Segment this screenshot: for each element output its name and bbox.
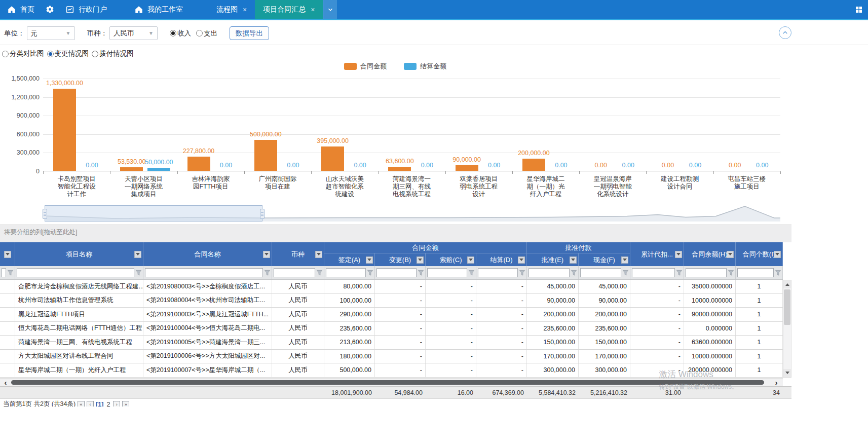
filter-input-contract_name[interactable]	[145, 268, 263, 277]
filter-funnel-icon[interactable]	[367, 270, 373, 276]
pager-current-page[interactable]: [1]	[96, 401, 103, 407]
column-filter-dropdown-icon[interactable]	[621, 256, 628, 264]
column-header-deduction[interactable]: 累计代扣...	[630, 242, 684, 266]
column-header-signed_a[interactable]: 签定(A)	[324, 253, 375, 266]
filter-funnel-icon[interactable]	[8, 270, 13, 276]
pager-next-button[interactable]: ›	[113, 401, 120, 407]
table-row[interactable]: 合肥市龙湾金棕榈度假酒店无线网络工程建...<第2019080003<号>>金棕…	[0, 280, 783, 294]
table-row[interactable]: 黑龙江冠运城FTTH项目<第2019100003<号>>黑龙江冠运城FTTH..…	[0, 308, 783, 322]
legend-item-结算金额[interactable]: 结算金额	[404, 62, 446, 71]
filter-input-cash_f[interactable]	[580, 268, 621, 277]
nav-portal[interactable]: 行政门户	[58, 0, 114, 19]
grid-vertical-scrollbar[interactable]	[783, 280, 791, 378]
export-data-button[interactable]: 数据导出	[230, 26, 269, 40]
table-row[interactable]: 杭州市司法辅助工作信息管理系统<第2019080004<号>>杭州市司法辅助工.…	[0, 294, 783, 308]
column-filter-dropdown-icon[interactable]	[727, 251, 734, 258]
column-header-project_name[interactable]: 项目名称	[15, 242, 143, 266]
legend-item-合同金额[interactable]: 合同金额	[344, 62, 387, 71]
pager-first-button[interactable]: «	[78, 401, 85, 407]
pager-last-button[interactable]: »	[122, 401, 129, 407]
filter-input-deduction[interactable]	[632, 268, 675, 277]
filter-input-settled_d[interactable]	[478, 268, 518, 277]
filter-funnel-icon[interactable]	[136, 270, 141, 276]
table-row[interactable]: 菏建海景湾一期三网、有线电视系统工程<第2019100005<号>>菏建海景湾一…	[0, 336, 783, 350]
filter-input-claim_c[interactable]	[427, 268, 467, 277]
grid-group-panel[interactable]: 将要分组的列[拖动至此处]	[0, 225, 791, 242]
chart-range-navigator[interactable]	[45, 205, 780, 222]
column-filter-dropdown-icon[interactable]	[774, 251, 781, 258]
column-header-count_i[interactable]: 合同个数(I)	[736, 242, 783, 266]
pager-page-2[interactable]: 2	[106, 401, 110, 407]
filter-funnel-icon[interactable]	[469, 270, 474, 276]
filter-funnel-icon[interactable]	[728, 270, 734, 276]
filter-input-indicator[interactable]	[2, 268, 6, 277]
radio-charttype-拨付情况图[interactable]: 拨付情况图	[92, 49, 134, 58]
horizontal-scroll-thumb[interactable]	[11, 380, 764, 385]
column-header-indicator[interactable]	[0, 242, 15, 266]
column-filter-dropdown-icon[interactable]	[518, 256, 525, 264]
navigator-selection-window[interactable]	[45, 205, 262, 222]
filter-input-project_name[interactable]	[17, 268, 134, 277]
scroll-down-button[interactable]	[783, 369, 791, 377]
column-filter-dropdown-icon[interactable]	[366, 256, 373, 264]
settings-button[interactable]	[42, 0, 58, 19]
nav-workspace[interactable]: 我的工作室	[127, 0, 190, 19]
column-header-contract_name[interactable]: 合同名称	[143, 242, 272, 266]
column-filter-dropdown-icon[interactable]	[675, 251, 682, 258]
filter-funnel-icon[interactable]	[676, 270, 682, 276]
currency-select[interactable]: 人民币 ▼	[109, 26, 158, 40]
column-filter-dropdown-icon[interactable]	[4, 251, 11, 258]
column-filter-dropdown-icon[interactable]	[417, 256, 424, 264]
grid-horizontal-scrollbar[interactable]: ‹ ›	[0, 378, 783, 386]
filter-input-currency[interactable]	[274, 268, 315, 277]
filter-funnel-icon[interactable]	[571, 270, 577, 276]
unit-select[interactable]: 元 ▼	[27, 26, 75, 40]
column-header-cash_f[interactable]: 现金(F)	[579, 253, 630, 266]
table-row[interactable]: 恒大海花岛二期电话网络（FTTH通信）工程<第2019100004<号>>恒大海…	[0, 322, 783, 336]
pager-prev-button[interactable]: ‹	[87, 401, 94, 407]
vertical-scroll-thumb[interactable]	[784, 289, 790, 325]
filter-funnel-icon[interactable]	[623, 270, 628, 276]
filter-input-count_i[interactable]	[737, 268, 774, 277]
navbar-right-button[interactable]	[855, 0, 868, 19]
filter-input-balance_h[interactable]	[686, 268, 727, 277]
tab-项目合同汇总[interactable]: 项目合同汇总×	[255, 0, 323, 19]
column-filter-dropdown-icon[interactable]	[315, 251, 322, 258]
filter-funnel-icon[interactable]	[265, 270, 270, 276]
column-header-claim_c[interactable]: 索赔(C)	[426, 253, 476, 266]
radio-scope-支出[interactable]: 支出	[196, 29, 217, 38]
table-row[interactable]: 星华海岸城二期（一期）光纤入户工程<第2019100007<号>>星华海岸城二期…	[0, 363, 783, 378]
column-filter-dropdown-icon[interactable]	[467, 256, 474, 264]
filter-input-signed_a[interactable]	[326, 268, 366, 277]
nav-home[interactable]: 首页	[0, 0, 42, 19]
column-filter-dropdown-icon[interactable]	[570, 256, 577, 264]
tab-close-icon[interactable]: ×	[311, 6, 315, 14]
column-header-changed_b[interactable]: 变更(B)	[375, 253, 426, 266]
filter-funnel-icon[interactable]	[775, 270, 781, 276]
filter-funnel-icon[interactable]	[317, 270, 322, 276]
column-filter-dropdown-icon[interactable]	[263, 251, 270, 258]
filter-funnel-icon[interactable]	[418, 270, 424, 276]
navigator-left-handle[interactable]	[43, 209, 47, 219]
tab-close-icon[interactable]: ×	[243, 6, 247, 14]
tab-流程图[interactable]: 流程图×	[208, 0, 255, 19]
filter-input-changed_b[interactable]	[376, 268, 417, 277]
filter-input-approved_e[interactable]	[529, 268, 570, 277]
filter-funnel-icon[interactable]	[519, 270, 525, 276]
column-header-balance_h[interactable]: 合同余额(H)	[684, 242, 736, 266]
radio-charttype-变更情况图[interactable]: 变更情况图	[47, 49, 89, 58]
scroll-up-button[interactable]	[783, 280, 791, 288]
column-header-currency[interactable]: 币种	[272, 242, 324, 266]
table-row[interactable]: 方大太阳城园区对讲布线工程合同<第2019100006<号>>方大太阳城园区对.…	[0, 350, 783, 364]
navigator-right-handle[interactable]	[260, 209, 265, 219]
scroll-right-button[interactable]: ›	[772, 379, 781, 386]
radio-scope-收入[interactable]: 收入	[170, 29, 191, 38]
column-header-settled_d[interactable]: 结算(D)	[476, 253, 527, 266]
grid-summary-row: 18,001,900.0054,984.0016.00674,369.005,5…	[0, 386, 791, 399]
tab-list-dropdown[interactable]	[323, 0, 337, 19]
radio-charttype-分类对比图[interactable]: 分类对比图	[2, 49, 44, 58]
column-filter-dropdown-icon[interactable]	[134, 251, 141, 258]
collapse-panel-button[interactable]	[779, 26, 791, 39]
column-header-approved_e[interactable]: 批准(E)	[527, 253, 579, 266]
scroll-left-button[interactable]: ‹	[1, 379, 10, 386]
